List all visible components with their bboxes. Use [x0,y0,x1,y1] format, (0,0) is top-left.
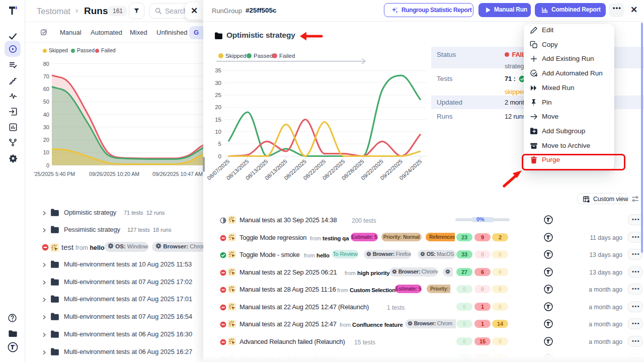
svg-text:40: 40 [43,112,49,118]
svg-text:0: 0 [218,153,221,159]
svg-text:30: 30 [43,124,49,130]
svg-text:10: 10 [215,129,221,135]
svg-text:20: 20 [43,137,49,143]
svg-text:09/26/2025 10:20 AM: 09/26/2025 10:20 AM [89,171,139,177]
svg-text:0: 0 [46,162,49,168]
svg-text:35: 35 [215,67,221,73]
svg-text:25: 25 [215,92,221,98]
svg-text:70: 70 [43,73,49,79]
svg-text:80: 80 [43,61,49,67]
svg-text:20: 20 [215,104,221,110]
svg-text:15: 15 [215,117,221,123]
svg-text:10: 10 [43,149,49,155]
svg-text:30: 30 [215,80,221,86]
svg-text:50: 50 [43,99,49,105]
svg-text:09/26/2025 10:47 AM: 09/26/2025 10:47 AM [152,171,203,177]
svg-text:60: 60 [43,86,49,92]
svg-text:'25/2025 5:40 PM: '25/2025 5:40 PM [34,171,75,177]
svg-text:5: 5 [218,141,221,147]
